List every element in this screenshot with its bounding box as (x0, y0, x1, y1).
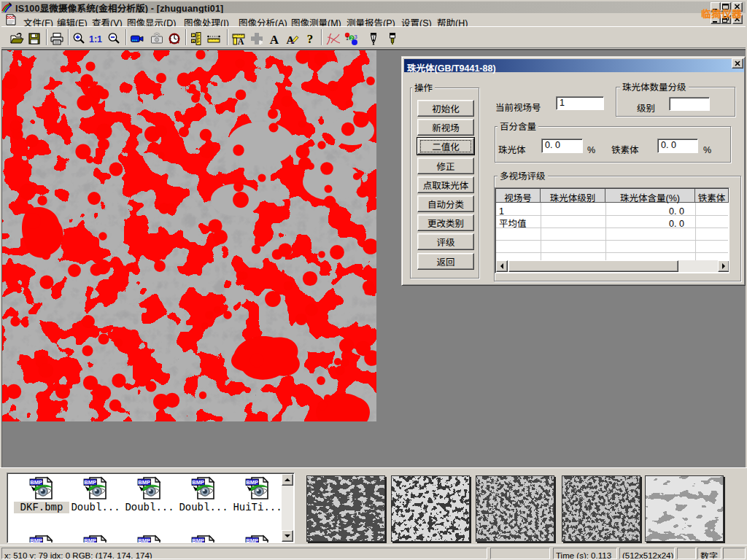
svg-text:BMP: BMP (246, 537, 258, 543)
svg-text:BMP: BMP (30, 479, 42, 486)
svg-text:2: 2 (350, 36, 353, 41)
svg-text:BMP: BMP (192, 479, 204, 486)
svg-text:BMP: BMP (138, 479, 150, 486)
svg-text:A: A (270, 33, 279, 47)
svg-text:E: E (192, 39, 194, 43)
svg-text:BMP: BMP (84, 537, 96, 543)
svg-text:BMP: BMP (30, 537, 42, 543)
svg-text:?: ? (307, 32, 314, 46)
svg-text:DOC: DOC (7, 15, 15, 20)
svg-text:1:1: 1:1 (89, 34, 102, 44)
svg-text:BMP: BMP (192, 537, 204, 543)
svg-text:3: 3 (354, 34, 357, 40)
svg-text:BMP: BMP (246, 479, 258, 486)
svg-text:1: 1 (346, 36, 349, 41)
svg-text:BMP: BMP (84, 479, 96, 486)
svg-text:BMP: BMP (138, 537, 150, 543)
svg-text:A: A (238, 36, 244, 46)
